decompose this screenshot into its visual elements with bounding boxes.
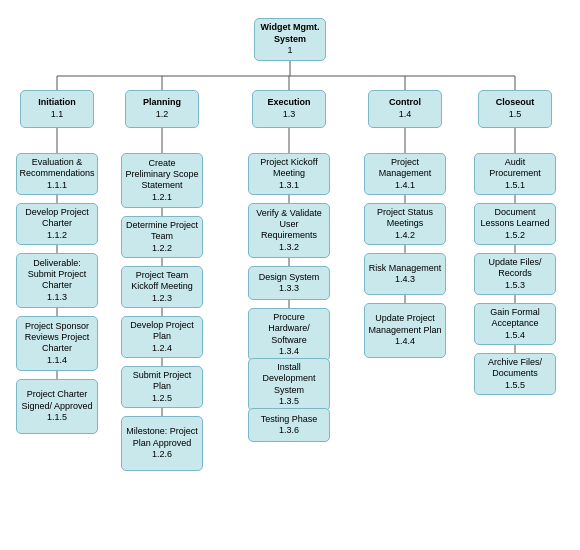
chart-container: Widget Mgmt.System1Initiation1.1Planning… <box>0 0 580 550</box>
l2-label: Risk Management <box>369 263 442 274</box>
l2-label: Create Preliminary Scope Statement <box>125 158 199 192</box>
root-id: 1 <box>287 45 292 57</box>
l1-label: Initiation <box>38 97 76 109</box>
level2-node-1_2_3: Project Team Kickoff Meeting1.2.3 <box>121 266 203 308</box>
level2-node-1_4_1: Project Management1.4.1 <box>364 153 446 195</box>
l2-label: Archive Files/ Documents <box>478 357 552 380</box>
l2-id: 1.3.2 <box>279 242 299 254</box>
l1-label: Execution <box>267 97 310 109</box>
l2-id: 1.4.1 <box>395 180 415 192</box>
level2-node-1_2_4: Develop Project Plan1.2.4 <box>121 316 203 358</box>
l2-label: Submit Project Plan <box>125 370 199 393</box>
l2-id: 1.3.4 <box>279 346 299 358</box>
l2-label: Verify & Validate User Requirements <box>252 208 326 242</box>
l1-label: Closeout <box>496 97 535 109</box>
l2-id: 1.1.4 <box>47 355 67 367</box>
l2-label: Gain Formal Acceptance <box>478 307 552 330</box>
l2-id: 1.4.2 <box>395 230 415 242</box>
l2-id: 1.2.3 <box>152 293 172 305</box>
l1-id: 1.5 <box>509 109 522 121</box>
level2-node-1_5_4: Gain Formal Acceptance1.5.4 <box>474 303 556 345</box>
level2-node-1_2_6: Milestone: Project Plan Approved1.2.6 <box>121 416 203 471</box>
l2-id: 1.1.2 <box>47 230 67 242</box>
l2-label: Design System <box>259 272 320 283</box>
l2-label: Determine Project Team <box>125 220 199 243</box>
l1-id: 1.3 <box>283 109 296 121</box>
l2-id: 1.1.5 <box>47 412 67 424</box>
l2-id: 1.1.1 <box>47 180 67 192</box>
level2-node-1_1_5: Project Charter Signed/ Approved1.1.5 <box>16 379 98 434</box>
org-chart: Widget Mgmt.System1Initiation1.1Planning… <box>5 10 575 550</box>
level2-node-1_1_1: Evaluation & Recommendations1.1.1 <box>16 153 98 195</box>
l1-id: 1.1 <box>51 109 64 121</box>
l1-id: 1.2 <box>156 109 169 121</box>
level2-node-1_5_1: Audit Procurement1.5.1 <box>474 153 556 195</box>
l2-id: 1.5.3 <box>505 280 525 292</box>
level2-node-1_3_1: Project Kickoff Meeting1.3.1 <box>248 153 330 195</box>
level1-node-1_1: Initiation1.1 <box>20 90 94 128</box>
level2-node-1_4_4: Update Project Management Plan1.4.4 <box>364 303 446 358</box>
l2-label: Project Status Meetings <box>368 207 442 230</box>
level2-node-1_3_2: Verify & Validate User Requirements1.3.2 <box>248 203 330 258</box>
l2-label: Project Charter Signed/ Approved <box>20 389 94 412</box>
l2-label: Testing Phase <box>261 414 318 425</box>
l2-id: 1.3.3 <box>279 283 299 295</box>
l2-id: 1.4.3 <box>395 274 415 286</box>
l2-id: 1.1.3 <box>47 292 67 304</box>
l2-label: Evaluation & Recommendations <box>19 157 94 180</box>
l2-id: 1.4.4 <box>395 336 415 348</box>
level2-node-1_5_5: Archive Files/ Documents1.5.5 <box>474 353 556 395</box>
l2-id: 1.2.6 <box>152 449 172 461</box>
level2-node-1_3_4: Procure Hardware/ Software1.3.4 <box>248 308 330 361</box>
l1-label: Planning <box>143 97 181 109</box>
level2-node-1_3_3: Design System1.3.3 <box>248 266 330 300</box>
l2-label: Update Files/ Records <box>478 257 552 280</box>
level2-node-1_4_2: Project Status Meetings1.4.2 <box>364 203 446 245</box>
l2-id: 1.5.2 <box>505 230 525 242</box>
l2-id: 1.2.5 <box>152 393 172 405</box>
level1-node-1_2: Planning1.2 <box>125 90 199 128</box>
l2-label: Audit Procurement <box>478 157 552 180</box>
level2-node-1_2_5: Submit Project Plan1.2.5 <box>121 366 203 408</box>
l2-id: 1.2.1 <box>152 192 172 204</box>
l2-label: Project Sponsor Reviews Project Charter <box>20 321 94 355</box>
l2-id: 1.3.1 <box>279 180 299 192</box>
l2-id: 1.2.4 <box>152 343 172 355</box>
root-label: Widget Mgmt.System <box>261 22 320 45</box>
l2-label: Develop Project Plan <box>125 320 199 343</box>
level2-node-1_5_2: Document Lessons Learned1.5.2 <box>474 203 556 245</box>
l2-label: Document Lessons Learned <box>478 207 552 230</box>
level1-node-1_3: Execution1.3 <box>252 90 326 128</box>
l2-id: 1.5.1 <box>505 180 525 192</box>
l2-id: 1.3.6 <box>279 425 299 437</box>
level2-node-1_1_3: Deliverable: Submit Project Charter1.1.3 <box>16 253 98 308</box>
l2-label: Project Team Kickoff Meeting <box>125 270 199 293</box>
l2-label: Project Management <box>368 157 442 180</box>
l2-label: Update Project Management Plan <box>368 313 442 336</box>
l2-label: Project Kickoff Meeting <box>252 157 326 180</box>
level1-node-1_5: Closeout1.5 <box>478 90 552 128</box>
level2-node-1_3_6: Testing Phase1.3.6 <box>248 408 330 442</box>
l2-label: Develop Project Charter <box>20 207 94 230</box>
level1-node-1_4: Control1.4 <box>368 90 442 128</box>
level2-node-1_5_3: Update Files/ Records1.5.3 <box>474 253 556 295</box>
level2-node-1_2_1: Create Preliminary Scope Statement1.2.1 <box>121 153 203 208</box>
l2-id: 1.5.5 <box>505 380 525 392</box>
l2-label: Procure Hardware/ Software <box>252 312 326 346</box>
level2-node-1_1_4: Project Sponsor Reviews Project Charter1… <box>16 316 98 371</box>
level2-node-1_4_3: Risk Management1.4.3 <box>364 253 446 295</box>
l2-id: 1.3.5 <box>279 396 299 408</box>
root-node: Widget Mgmt.System1 <box>254 18 326 61</box>
level2-node-1_3_5: Install Development System1.3.5 <box>248 358 330 411</box>
l1-id: 1.4 <box>399 109 412 121</box>
l2-label: Deliverable: Submit Project Charter <box>20 258 94 292</box>
l2-id: 1.2.2 <box>152 243 172 255</box>
l2-id: 1.5.4 <box>505 330 525 342</box>
level2-node-1_2_2: Determine Project Team1.2.2 <box>121 216 203 258</box>
level2-node-1_1_2: Develop Project Charter1.1.2 <box>16 203 98 245</box>
l1-label: Control <box>389 97 421 109</box>
l2-label: Milestone: Project Plan Approved <box>125 426 199 449</box>
l2-label: Install Development System <box>252 362 326 396</box>
